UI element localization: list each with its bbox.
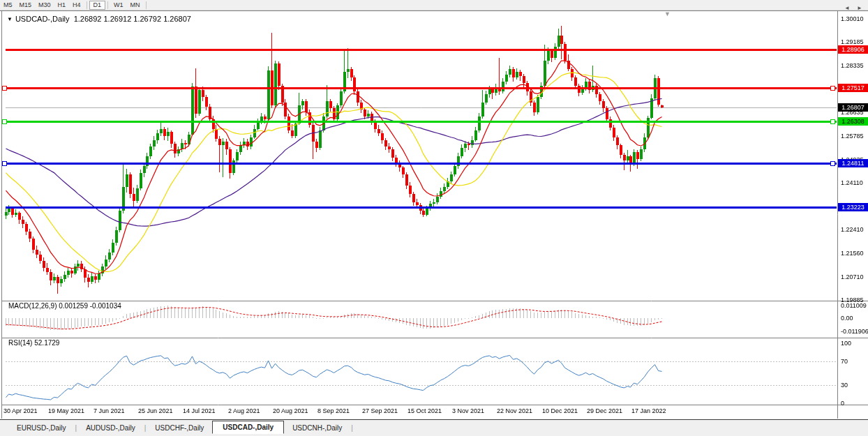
date-tick-label: 14 Jul 2021 (183, 407, 216, 414)
chart-tab-eurusd[interactable]: EURUSD-,Daily (8, 422, 75, 434)
chart-symbol-label: USDCAD-,Daily (15, 15, 70, 23)
toolbar-separator (107, 1, 108, 9)
date-tick-label: 27 Sep 2021 (362, 407, 398, 414)
rsi-axis-label: 0 (841, 400, 844, 407)
rsi-axis-label: 70 (841, 358, 848, 365)
date-tick-label: 19 May 2021 (48, 407, 84, 414)
chart-ohlc-values: 1.26892 1.26912 1.26792 1.26807 (74, 15, 191, 23)
timeframe-toolbar: M5M15M30H1H4D1W1MN (0, 0, 868, 10)
macd-axis-label: 0.011009 (841, 302, 867, 309)
date-axis[interactable]: 30 Apr 202119 May 20217 Jun 202125 Jun 2… (0, 405, 837, 419)
tab-divider: | (351, 424, 353, 432)
mt4-terminal: { "toolbar": { "timeframes": ["M5","M15"… (0, 0, 868, 436)
tab-divider: | (144, 424, 147, 432)
rsi-name: RSI(14) (8, 339, 32, 347)
date-tick-label: 29 Dec 2021 (587, 407, 622, 414)
chart-tab-usdcad[interactable]: USDCAD-,Daily (212, 421, 284, 434)
date-tick-label: 15 Oct 2021 (407, 407, 442, 414)
rsi-indicator-label: RSI(14) 52.1729 (8, 339, 59, 347)
timeframe-button-d1[interactable]: D1 (89, 1, 106, 10)
tab-scroll-right-icon[interactable]: ► (857, 5, 862, 11)
tab-scroll-left-icon[interactable]: ◄ (844, 5, 850, 11)
price-tick-label: 1.28335 (841, 62, 864, 69)
rsi-axis-label: 100 (841, 340, 851, 347)
price-tick-label: 1.20710 (841, 273, 864, 280)
toolbar-separator (146, 1, 147, 9)
price-tick-label: 1.29185 (841, 38, 864, 45)
timeframe-button-h4[interactable]: H4 (69, 1, 84, 10)
chart-shift-marker-icon[interactable]: ▼ (664, 10, 671, 17)
price-axis[interactable]: 1.300101.291851.283351.266351.257851.249… (838, 10, 868, 405)
price-level-badge: 1.28906 (838, 45, 868, 54)
price-level-badge: 1.27517 (838, 84, 868, 92)
date-tick-label: 20 Aug 2021 (273, 407, 308, 414)
price-chart-canvas[interactable] (0, 0, 868, 436)
rsi-axis-label: 30 (841, 382, 848, 389)
price-tick-label: 1.22410 (841, 226, 864, 233)
chart-menu-caret-icon[interactable]: ▼ (7, 16, 13, 22)
macd-axis-label: -0.011906 (841, 328, 868, 335)
price-tick-label: 1.24110 (841, 179, 863, 186)
date-tick-label: 30 Apr 2021 (3, 407, 38, 414)
macd-axis-label: 0.00 (841, 315, 853, 322)
date-tick-label: 22 Nov 2021 (497, 407, 532, 414)
price-level-badge: 1.24811 (838, 159, 868, 167)
chart-title: ▼USDCAD-,Daily 1.26892 1.26912 1.26792 1… (7, 15, 191, 23)
chart-tab-audusd[interactable]: AUDUSD-,Daily (77, 422, 144, 434)
price-tick-label: 1.30010 (841, 15, 864, 22)
price-tick-label: 1.25785 (841, 133, 864, 140)
timeframe-button-w1[interactable]: W1 (110, 1, 127, 10)
timeframe-button-m5[interactable]: M5 (0, 1, 16, 10)
timeframe-button-mn[interactable]: MN (127, 1, 144, 10)
toolbar-separator (87, 1, 87, 9)
macd-name: MACD(12,26,9) (8, 302, 57, 310)
timeframe-button-m15[interactable]: M15 (16, 1, 36, 10)
macd-indicator-label: MACD(12,26,9) 0.001259 -0.001034 (8, 302, 121, 310)
chart-tab-usdcnh[interactable]: USDCNH-,Daily (284, 422, 350, 434)
date-tick-label: 10 Dec 2021 (542, 407, 578, 414)
date-tick-label: 2 Aug 2021 (228, 407, 260, 414)
date-tick-label: 17 Jan 2022 (631, 407, 666, 414)
macd-values: 0.001259 -0.001034 (59, 302, 121, 310)
timeframe-button-m30[interactable]: M30 (35, 1, 54, 10)
price-level-badge: 1.26807 (838, 103, 868, 112)
tab-divider: | (75, 424, 77, 432)
timeframe-button-h1[interactable]: H1 (54, 1, 70, 10)
chart-tab-bar: EURUSD-,Daily|AUDUSD-,Daily|USDCHF-,Dail… (0, 419, 868, 436)
date-tick-label: 7 Jun 2021 (93, 407, 125, 414)
price-level-badge: 1.23223 (838, 203, 868, 211)
date-tick-label: 8 Sep 2021 (317, 407, 350, 414)
rsi-value: 52.1729 (34, 339, 59, 347)
chart-tab-usdchf[interactable]: USDCHF-,Daily (147, 422, 212, 434)
price-level-badge: 1.26308 (838, 117, 868, 126)
date-tick-label: 3 Nov 2021 (452, 407, 484, 414)
price-tick-label: 1.21560 (841, 250, 864, 257)
date-tick-label: 25 Jun 2021 (138, 407, 173, 414)
